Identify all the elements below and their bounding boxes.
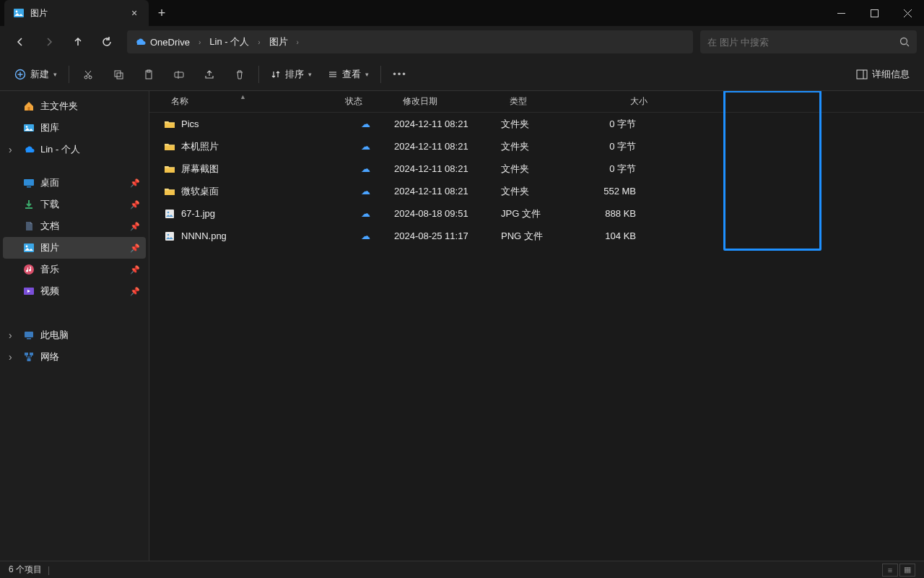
breadcrumb-segment[interactable]: 图片 — [269, 35, 288, 48]
home-icon — [23, 100, 35, 112]
search-box[interactable] — [700, 30, 917, 53]
image-icon — [164, 230, 175, 242]
view-button[interactable]: 查看 ▾ — [321, 62, 376, 87]
forward-button[interactable] — [36, 30, 62, 53]
copy-button[interactable] — [104, 62, 133, 87]
sort-indicator-icon: ▲ — [240, 93, 246, 100]
svg-rect-0 — [14, 9, 24, 17]
file-size: 0 字节 — [570, 140, 656, 153]
file-date: 2024-12-11 08:21 — [394, 163, 501, 174]
svg-rect-37 — [25, 353, 28, 355]
sidebar-item-music[interactable]: 音乐📌 — [3, 259, 146, 280]
file-size: 104 KB — [570, 230, 656, 241]
sidebar-item-label: 音乐 — [40, 263, 59, 276]
column-size[interactable]: 大小 — [570, 95, 656, 108]
svg-rect-39 — [27, 358, 31, 361]
file-row[interactable]: 屏幕截图☁2024-12-11 08:21文件夹0 字节 — [149, 158, 924, 180]
more-button[interactable]: ••• — [385, 62, 414, 87]
file-type: JPG 文件 — [501, 207, 570, 220]
file-list: 名称▲ 状态 修改日期 类型 大小 Pics☁2024-12-11 08:21文… — [149, 91, 924, 561]
file-date: 2024-12-11 08:21 — [394, 141, 501, 152]
sidebar-item-label: 此电脑 — [40, 329, 69, 342]
onedrive-icon — [134, 38, 146, 46]
svg-rect-26 — [28, 107, 30, 111]
sidebar-item-label: Lin - 个人 — [40, 143, 80, 156]
videos-icon — [23, 285, 35, 297]
sort-button[interactable]: 排序 ▾ — [263, 62, 319, 87]
svg-point-33 — [24, 264, 34, 275]
rename-button[interactable] — [165, 62, 193, 87]
file-name: NNNN.png — [181, 230, 227, 241]
details-pane-button[interactable]: 详细信息 — [849, 68, 917, 81]
sidebar-item-label: 下载 — [40, 198, 59, 211]
toolbar: 新建 ▾ 排序 ▾ 查看 ▾ ••• 详细信息 — [0, 58, 924, 91]
sidebar-item-pc[interactable]: 此电脑 — [3, 324, 146, 346]
minimize-button[interactable] — [824, 0, 858, 26]
close-window-button[interactable] — [891, 0, 924, 26]
column-type[interactable]: 类型 — [501, 95, 570, 108]
breadcrumb-segment[interactable]: OneDrive — [150, 37, 190, 48]
file-row[interactable]: 本机照片☁2024-12-11 08:21文件夹0 字节 — [149, 135, 924, 158]
sidebar-item-documents[interactable]: 文档📌 — [3, 215, 146, 237]
file-name: 本机照片 — [181, 140, 219, 153]
delete-button[interactable] — [225, 62, 254, 87]
folder-icon — [164, 141, 175, 152]
file-row[interactable]: 微软桌面☁2024-12-11 08:21文件夹552 MB — [149, 180, 924, 202]
breadcrumb-segment[interactable]: Lin - 个人 — [209, 35, 249, 48]
sidebar-item-label: 图库 — [40, 121, 59, 134]
svg-point-6 — [901, 38, 907, 45]
sidebar-item-home[interactable]: 主文件夹 — [3, 95, 146, 117]
svg-rect-30 — [27, 186, 31, 188]
chevron-right-icon: › — [194, 38, 205, 46]
column-date[interactable]: 修改日期 — [394, 95, 501, 108]
file-row[interactable]: NNNN.png☁2024-08-25 11:17PNG 文件104 KB — [149, 225, 924, 247]
sidebar-item-label: 主文件夹 — [40, 100, 78, 113]
cloud-status-icon: ☁ — [361, 118, 370, 129]
cut-button[interactable] — [74, 62, 103, 87]
cloud-status-icon: ☁ — [361, 141, 370, 152]
downloads-icon — [23, 199, 35, 210]
sidebar-item-label: 网络 — [40, 350, 59, 363]
sidebar-item-network[interactable]: 网络 — [3, 346, 146, 368]
breadcrumb[interactable]: OneDrive › Lin - 个人 › 图片 › — [127, 30, 693, 53]
window-tab[interactable]: 图片 × — [4, 0, 149, 26]
svg-point-1 — [16, 11, 18, 13]
sidebar-item-label: 视频 — [40, 285, 59, 298]
file-name: 微软桌面 — [181, 185, 219, 198]
sidebar-item-gallery[interactable]: 图库 — [3, 117, 146, 139]
pictures-icon — [13, 7, 25, 19]
sidebar-item-desktop[interactable]: 桌面📌 — [3, 172, 146, 194]
refresh-button[interactable] — [94, 30, 120, 53]
up-button[interactable] — [65, 30, 91, 53]
file-name: 屏幕截图 — [181, 163, 219, 176]
search-icon — [899, 37, 910, 47]
svg-rect-42 — [165, 232, 174, 241]
back-button[interactable] — [7, 30, 33, 53]
chevron-down-icon: ▾ — [365, 71, 369, 78]
file-size: 0 字节 — [570, 163, 656, 176]
file-type: 文件夹 — [501, 140, 570, 153]
tab-close-button[interactable]: × — [128, 7, 140, 19]
thumbnails-view-button[interactable]: ▦ — [899, 564, 915, 577]
svg-point-28 — [26, 126, 28, 128]
search-input[interactable] — [707, 37, 895, 48]
column-status[interactable]: 状态 — [336, 95, 394, 108]
details-view-button[interactable]: ≡ — [882, 564, 898, 577]
file-row[interactable]: 67-1.jpg☁2024-08-18 09:51JPG 文件888 KB — [149, 202, 924, 225]
new-tab-button[interactable]: + — [149, 6, 175, 21]
share-button[interactable] — [195, 62, 224, 87]
sidebar-item-label: 图片 — [40, 241, 59, 254]
sidebar-item-videos[interactable]: 视频📌 — [3, 280, 146, 302]
sidebar-item-pictures[interactable]: 图片📌 — [3, 237, 146, 259]
image-icon — [164, 208, 175, 220]
sidebar-item-downloads[interactable]: 下载📌 — [3, 194, 146, 215]
file-date: 2024-12-11 08:21 — [394, 186, 501, 197]
pin-icon: 📌 — [130, 287, 140, 296]
new-button[interactable]: 新建 ▾ — [7, 62, 64, 87]
pc-icon — [23, 329, 35, 341]
paste-button[interactable] — [134, 62, 163, 87]
file-row[interactable]: Pics☁2024-12-11 08:21文件夹0 字节 — [149, 113, 924, 135]
maximize-button[interactable] — [858, 0, 891, 26]
sidebar-item-onedrive[interactable]: Lin - 个人 — [3, 139, 146, 160]
column-name[interactable]: 名称▲ — [149, 95, 336, 108]
